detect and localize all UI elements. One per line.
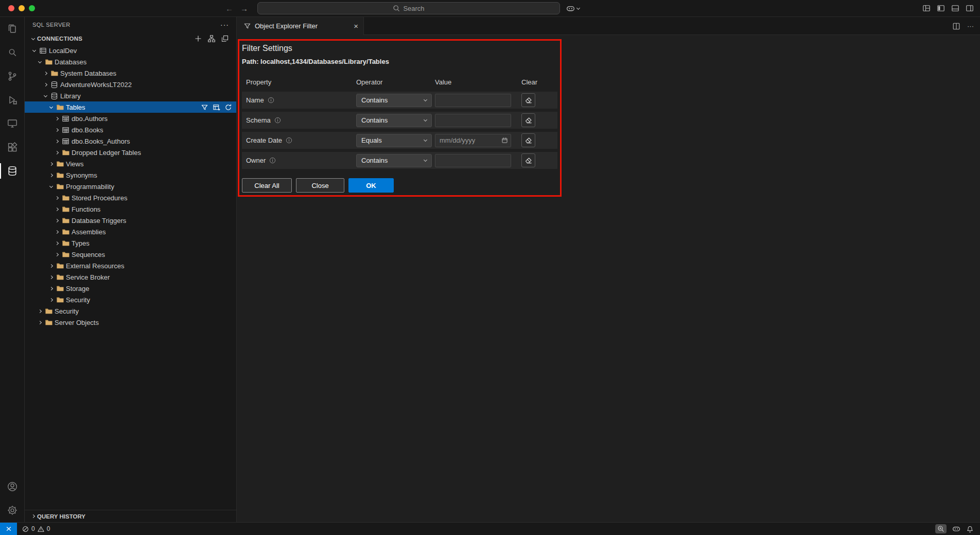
operator-select[interactable]: Equals — [356, 134, 432, 147]
tree-item-programmability[interactable]: Programmability — [25, 181, 236, 192]
tree-item-views[interactable]: Views — [25, 158, 236, 169]
activity-bar-item-remote-explorer[interactable] — [0, 112, 25, 135]
chevron-down-icon[interactable] — [41, 95, 49, 97]
chevron-down-icon[interactable] — [36, 61, 44, 63]
notifications-bell-icon[interactable] — [966, 525, 974, 533]
tree-item-server-objects[interactable]: Server Objects — [25, 317, 236, 328]
calendar-icon[interactable] — [501, 137, 508, 144]
chevron-right-icon[interactable] — [47, 276, 55, 279]
tree-item-synonyms[interactable]: Synonyms — [25, 169, 236, 181]
tree-item-storage[interactable]: Storage — [25, 283, 236, 294]
tree-item-dbo-authors[interactable]: dbo.Authors — [25, 113, 236, 124]
chevron-down-icon[interactable] — [30, 50, 38, 51]
activity-bar-item-run-and-debug[interactable] — [0, 88, 25, 112]
tree-item-localdev[interactable]: LocalDev — [25, 45, 236, 56]
clear-all-button[interactable]: Clear All — [242, 178, 292, 193]
activity-bar-item-extensions[interactable] — [0, 135, 25, 159]
tree-item-database-triggers[interactable]: Database Triggers — [25, 215, 236, 226]
activity-bar-item-sql-server[interactable] — [0, 159, 25, 183]
filter-icon[interactable] — [201, 103, 208, 111]
clear-row-button[interactable] — [521, 133, 535, 147]
tree-item-sequences[interactable]: Sequences — [25, 249, 236, 260]
close-tab-icon[interactable]: × — [354, 22, 358, 30]
tree-item-databases[interactable]: Databases — [25, 56, 236, 67]
close-button[interactable]: Close — [296, 178, 344, 193]
tab-object-explorer-filter[interactable]: Object Explorer Filter × — [237, 17, 364, 35]
search-input[interactable]: Search — [257, 2, 560, 14]
chevron-right-icon[interactable] — [47, 265, 55, 267]
chevron-right-icon[interactable] — [47, 174, 55, 177]
activity-bar-item-search[interactable] — [0, 41, 25, 64]
tree-item-types[interactable]: Types — [25, 237, 236, 249]
chevron-right-icon[interactable] — [29, 515, 37, 517]
chevron-down-icon[interactable] — [29, 38, 37, 40]
close-window-button[interactable] — [8, 5, 14, 11]
chevron-down-icon[interactable] — [47, 107, 55, 108]
back-icon[interactable]: ← — [225, 4, 233, 13]
tree-item-external-resources[interactable]: External Resources — [25, 260, 236, 271]
operator-select[interactable]: Contains — [356, 114, 432, 127]
activity-bar-item-source-control[interactable] — [0, 64, 25, 88]
activity-bar-item-account[interactable] — [0, 475, 25, 498]
activity-bar-item-explorer[interactable] — [0, 17, 25, 41]
customize-layout-icon[interactable] — [922, 4, 931, 12]
clear-row-button[interactable] — [521, 93, 535, 107]
info-icon[interactable] — [286, 137, 292, 144]
collapse-all-icon[interactable] — [221, 34, 229, 43]
chevron-right-icon[interactable] — [52, 117, 61, 120]
tree-item-functions[interactable]: Functions — [25, 203, 236, 215]
tree-item-adventureworkslt2022[interactable]: AdventureWorksLT2022 — [25, 79, 236, 90]
copilot-status-icon[interactable] — [952, 525, 960, 533]
info-icon[interactable] — [274, 117, 281, 124]
forward-icon[interactable]: → — [240, 4, 248, 13]
editor-more-actions-icon[interactable]: ··· — [967, 22, 974, 30]
tree-item-dbo-books-authors[interactable]: dbo.Books_Authors — [25, 135, 236, 147]
add-connection-icon[interactable] — [194, 34, 202, 43]
tree-item-service-broker[interactable]: Service Broker — [25, 271, 236, 283]
connections-section-header[interactable]: CONNECTIONS — [25, 32, 236, 45]
chevron-right-icon[interactable] — [52, 242, 61, 245]
chevron-right-icon[interactable] — [41, 83, 49, 86]
toggle-secondary-sidebar-icon[interactable] — [966, 4, 974, 12]
activity-bar-item-settings[interactable] — [0, 498, 25, 522]
chevron-right-icon[interactable] — [52, 140, 61, 143]
sidebar-more-actions-icon[interactable]: ··· — [220, 21, 229, 29]
zoom-window-button[interactable] — [29, 5, 35, 11]
tree-item-security[interactable]: Security — [25, 305, 236, 317]
tree-item-dropped-ledger-tables[interactable]: Dropped Ledger Tables — [25, 147, 236, 158]
value-input[interactable] — [435, 114, 511, 127]
chevron-right-icon[interactable] — [47, 287, 55, 290]
clear-row-button[interactable] — [521, 113, 535, 127]
zoom-indicator[interactable] — [935, 524, 947, 533]
refresh-icon[interactable] — [224, 103, 232, 111]
chevron-right-icon[interactable] — [52, 253, 61, 256]
chevron-right-icon[interactable] — [52, 219, 61, 222]
split-editor-icon[interactable] — [952, 22, 960, 30]
remote-indicator[interactable] — [0, 523, 17, 535]
tree-item-library[interactable]: Library — [25, 90, 236, 101]
value-input[interactable] — [435, 154, 511, 167]
info-icon[interactable] — [269, 157, 276, 164]
query-history-section-header[interactable]: QUERY HISTORY — [25, 510, 236, 522]
chevron-right-icon[interactable] — [52, 208, 61, 211]
connection-groups-icon[interactable] — [207, 34, 216, 43]
problems-status[interactable]: 0 0 — [17, 525, 55, 532]
chevron-right-icon[interactable] — [52, 231, 61, 233]
tree-item-stored-procedures[interactable]: Stored Procedures — [25, 192, 236, 203]
chevron-right-icon[interactable] — [41, 72, 49, 75]
tree-item-system-databases[interactable]: System Databases — [25, 67, 236, 79]
toggle-primary-sidebar-icon[interactable] — [937, 4, 945, 12]
operator-select[interactable]: Contains — [356, 154, 432, 167]
chevron-right-icon[interactable] — [47, 299, 55, 301]
chevron-right-icon[interactable] — [36, 321, 44, 324]
info-icon[interactable] — [268, 97, 274, 103]
chevron-down-icon[interactable] — [47, 186, 55, 187]
copilot-menu-button[interactable] — [566, 3, 580, 13]
chevron-right-icon[interactable] — [52, 129, 61, 131]
new-table-icon[interactable] — [213, 103, 220, 111]
chevron-right-icon[interactable] — [36, 310, 44, 313]
toggle-panel-icon[interactable] — [951, 4, 959, 12]
tree-item-assemblies[interactable]: Assemblies — [25, 226, 236, 237]
operator-select[interactable]: Contains — [356, 94, 432, 107]
tree-item-dbo-books[interactable]: dbo.Books — [25, 124, 236, 135]
